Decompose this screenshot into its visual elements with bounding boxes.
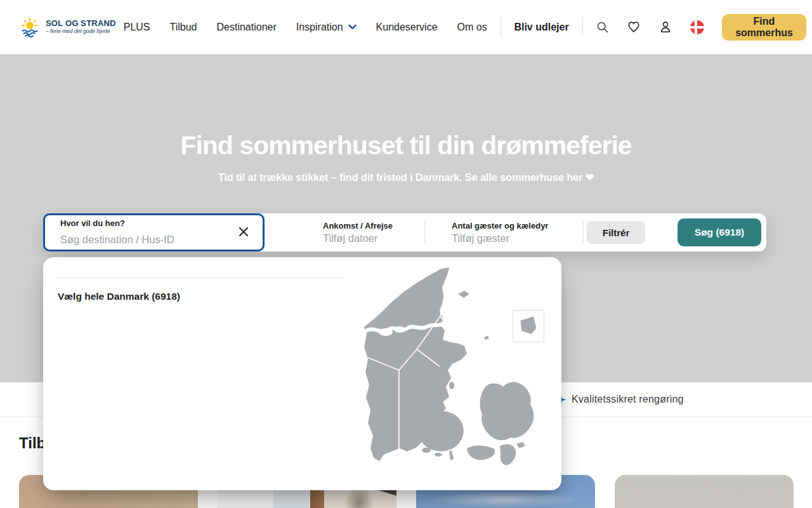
usp-text: Kvalitetssikret rengøring [572,394,684,405]
offer-card-image-4[interactable] [615,475,794,508]
divider [58,277,343,278]
divider [424,221,425,244]
aeroe-island [435,453,442,457]
nav-plus[interactable]: PLUS [124,22,150,33]
heart-icon [627,20,641,34]
anholt-island [484,336,489,340]
nav-kundeservice[interactable]: Kundeservice [376,22,438,33]
destination-dropdown: Vælg hele Danmark (6918) [43,257,561,490]
destination-label: Hvor vil du hen? [60,219,237,227]
divider [583,221,584,244]
hero-title: Find sommerhuset til din drømmeferie [0,55,812,159]
guests-field[interactable]: Antal gæster og kæledyr Tilføj gæster [439,213,582,251]
nav-om-os[interactable]: Om os [457,22,487,33]
nav-tilbud[interactable]: Tilbud [170,22,197,33]
sun-and-waves-logo-icon [19,17,41,38]
laesoe-island [458,291,469,298]
usp-item: Kvalitetssikret rengøring [556,382,684,417]
find-sommerhus-button[interactable]: Find sommerhus [722,14,806,41]
header: SOL OG STRAND – ferie med det gode hjert… [0,0,812,55]
samsoe-island [449,382,454,389]
zealand-region [480,382,534,440]
language-button[interactable] [690,20,704,34]
moen-island [516,442,525,448]
hero-subtitle: Tid til at trække stikket – find dit fri… [0,171,812,184]
guests-placeholder: Tilføj gæster [452,233,582,244]
nav-bliv-udlejer[interactable]: Bliv udlejer [514,22,568,33]
danish-flag-icon [690,20,704,34]
destination-field[interactable]: Hvor vil du hen? [43,213,265,251]
destination-input[interactable] [60,234,213,246]
filter-button[interactable]: Filtrér [587,221,645,244]
langeland-island [449,450,454,460]
bornholm-inset[interactable] [513,310,544,342]
clear-search-button[interactable] [237,226,250,239]
main-nav: PLUS Tilbud Destinationer Inspiration Ku… [124,22,487,33]
funen-region [419,411,464,451]
page: SOL OG STRAND – ferie med det gode hjert… [0,0,812,508]
limfjord-water [394,326,405,333]
nav-inspiration-label: Inspiration [296,22,343,33]
search-bar: Hvor vil du hen? Ankomst / Afrejse Tilfø… [43,213,766,251]
destination-field-content: Hvor vil du hen? [60,219,237,246]
nav-inspiration[interactable]: Inspiration [296,22,357,33]
guests-label: Antal gæster og kæledyr [452,222,582,230]
submit-search-button[interactable]: Søg (6918) [678,218,761,246]
header-right: Bliv udlejer [487,14,806,41]
logo-text: SOL OG STRAND – ferie med det gode hjert… [46,19,116,35]
card-cloud [429,491,581,508]
falster-region [500,444,516,465]
logo[interactable]: SOL OG STRAND – ferie med det gode hjert… [19,17,116,38]
account-button[interactable] [658,20,672,34]
search-icon [596,20,609,34]
nav-destinationer[interactable]: Destinationer [216,22,276,33]
select-all-denmark[interactable]: Vælg hele Danmark (6918) [58,291,180,302]
divider [501,18,501,37]
close-icon [238,226,249,237]
limfjord-water [379,328,393,336]
als-island [422,448,431,453]
user-icon [658,20,672,34]
search-button[interactable] [596,20,609,34]
denmark-map[interactable] [355,264,546,486]
favorites-button[interactable] [627,20,641,34]
logo-name: SOL OG STRAND [46,19,116,28]
chevron-down-icon [348,24,357,30]
divider [582,18,583,37]
lolland-region [467,446,495,460]
logo-tagline: – ferie med det gode hjerte [46,29,116,34]
bornholm-map [513,311,544,342]
